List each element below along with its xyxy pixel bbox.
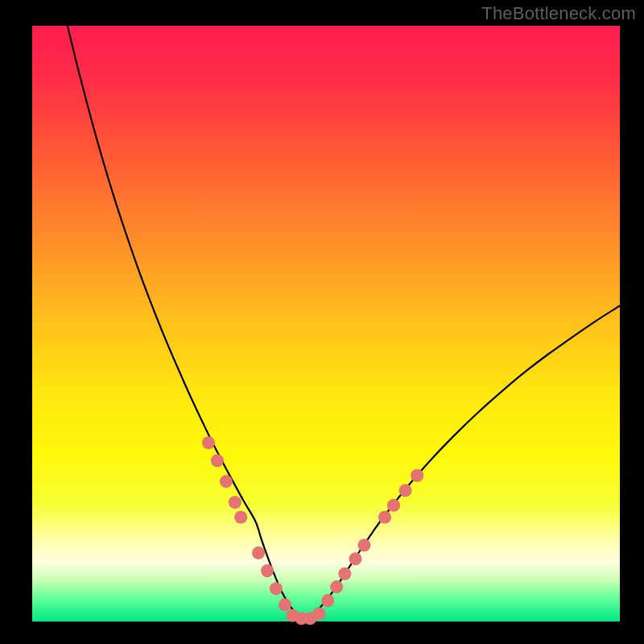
marker-dot	[349, 552, 361, 565]
marker-dot	[211, 454, 224, 467]
marker-dot	[229, 496, 242, 509]
marker-dot	[220, 475, 233, 488]
marker-dot	[261, 564, 274, 577]
bottleneck-chart	[0, 0, 644, 644]
marker-dot	[378, 510, 391, 523]
marker-dot	[330, 580, 343, 593]
marker-dot	[387, 499, 400, 512]
marker-dot	[234, 510, 247, 523]
marker-dot	[321, 594, 334, 607]
marker-dot	[411, 469, 423, 482]
marker-dot	[312, 607, 325, 620]
marker-dot	[202, 436, 215, 449]
marker-dot	[270, 582, 283, 595]
marker-dot	[399, 484, 412, 497]
marker-dot	[357, 539, 370, 551]
chart-frame: TheBottleneck.com	[0, 0, 644, 644]
marker-dot	[338, 568, 351, 580]
plot-background	[32, 26, 620, 621]
marker-dot	[252, 547, 265, 559]
watermark-label: TheBottleneck.com	[481, 3, 636, 24]
marker-dot	[279, 598, 291, 611]
